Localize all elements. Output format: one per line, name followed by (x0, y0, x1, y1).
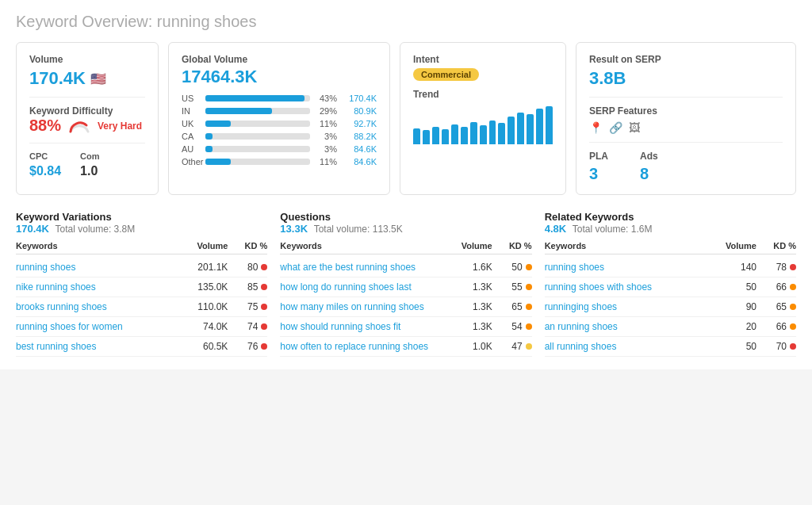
kw-link[interactable]: brooks running shoes (16, 301, 180, 312)
global-volume-card: Global Volume 17464.3K US 43% 170.4K IN … (168, 42, 390, 195)
kw-link[interactable]: best running shoes (16, 341, 180, 352)
kv-table-header: Keywords Volume KD % (16, 241, 267, 254)
rk-section-title: Related Keywords (545, 211, 634, 223)
kw-link[interactable]: running shoes for women (16, 321, 180, 332)
rk-meta: 4.8K Total volume: 1.6M (545, 223, 796, 235)
rk-count: 4.8K (545, 223, 566, 235)
rk-col-kd: KD % (756, 241, 796, 251)
bar-country: CA (182, 132, 201, 141)
kv-meta-text: Total volume: 3.8M (56, 224, 136, 235)
bar-track (205, 95, 310, 101)
table-row: what are the best running shoes 1.6K 50 (280, 258, 531, 277)
kd-value: 88% (29, 117, 61, 135)
trend-bar (536, 109, 543, 144)
kd-cell: 55 (492, 281, 532, 293)
page-container: Keyword Overview: running shoes Volume 1… (0, 0, 812, 369)
kd-cell: 85 (228, 281, 267, 293)
trend-bar (451, 124, 458, 144)
serp-label: Result on SERP (589, 54, 783, 65)
bar-country: UK (182, 119, 201, 128)
table-row: running shoes 201.1K 80 (16, 258, 267, 277)
kd-cell: 75 (228, 301, 267, 312)
kw-link[interactable]: nike running shoes (16, 281, 180, 293)
kv-section-title: Keyword Variations (16, 211, 112, 223)
q-col-kw: Keywords (280, 241, 444, 251)
trend-bar (498, 123, 505, 144)
bar-pct: 11% (315, 157, 337, 166)
bar-link[interactable]: 80.9K (342, 106, 377, 116)
trend-bar (413, 128, 420, 144)
kw-link[interactable]: how should running shoes fit (280, 321, 444, 332)
bar-link[interactable]: 84.6K (342, 144, 377, 154)
kw-link[interactable]: how often to replace running shoes (280, 341, 444, 352)
com-label: Com (80, 151, 99, 161)
pla-ads-row: PLA 3 Ads 8 (589, 151, 783, 183)
bar-link[interactable]: 88.2K (342, 132, 377, 141)
bar-link[interactable]: 84.6K (342, 157, 377, 166)
cpc-com-row: CPC $0.84 Com 1.0 (29, 151, 145, 178)
kd-dot (526, 284, 532, 290)
kw-link[interactable]: an running shoes (545, 321, 709, 332)
kd-cell: 65 (756, 301, 796, 312)
flag-icon: 🇺🇸 (90, 71, 106, 86)
table-row: how many miles on running shoes 1.3K 65 (280, 297, 531, 317)
q-col-kd: KD % (492, 241, 532, 251)
serp-value: 3.8B (589, 68, 783, 89)
kw-link[interactable]: all running shoes (545, 341, 709, 352)
trend-bar (527, 114, 534, 144)
kd-cell: 65 (492, 301, 532, 312)
q-count: 13.3K (280, 223, 308, 235)
bar-track (205, 146, 310, 152)
kd-dot (261, 323, 267, 330)
intent-card: Intent Commercial Trend (400, 42, 566, 195)
global-volume-label: Global Volume (182, 54, 377, 65)
q-table-header: Keywords Volume KD % (280, 241, 531, 254)
link-icon: 🔗 (609, 121, 622, 134)
kd-cell: 50 (492, 262, 532, 273)
table-row: all running shoes 50 70 (545, 337, 796, 357)
kd-dot (790, 323, 796, 330)
trend-bar (489, 121, 496, 144)
bar-track (205, 133, 310, 140)
kw-link[interactable]: how long do running shoes last (280, 281, 444, 293)
table-row: an running shoes 20 66 (545, 317, 796, 337)
kw-link[interactable]: runninging shoes (545, 301, 709, 312)
trend-bar (546, 106, 553, 144)
kd-cell: 66 (756, 281, 796, 293)
keyword-variations-section: Keyword Variations 170.4K Total volume: … (16, 211, 267, 357)
trend-chart (413, 105, 553, 144)
title-static: Keyword Overview: (16, 13, 152, 30)
bar-fill (205, 95, 304, 101)
bar-row: US 43% 170.4K (182, 94, 377, 103)
rk-col-kw: Keywords (545, 241, 709, 251)
kw-link[interactable]: how many miles on running shoes (280, 301, 444, 312)
kw-link[interactable]: running shoes with shoes (545, 281, 709, 293)
bar-link[interactable]: 92.7K (342, 119, 377, 128)
q-total-vol: 113.5K (373, 224, 403, 235)
rk-rows: running shoes 140 78 running shoes with … (545, 258, 796, 357)
bar-country: AU (182, 144, 201, 154)
kv-meta: 170.4K Total volume: 3.8M (16, 223, 267, 235)
ads-label: Ads (640, 151, 658, 162)
trend-bar (432, 127, 439, 144)
bar-row: IN 29% 80.9K (182, 106, 377, 116)
ads-value: 8 (640, 165, 649, 182)
serp-features-label: SERP Features (589, 105, 783, 117)
table-row: how should running shoes fit 1.3K 54 (280, 317, 531, 337)
bar-link[interactable]: 170.4K (342, 94, 377, 103)
vol-cell: 50 (709, 281, 756, 293)
ads-item: Ads 8 (640, 151, 658, 183)
kv-col-kd: KD % (228, 241, 267, 251)
kd-dot (790, 343, 796, 350)
questions-section: Questions 13.3K Total volume: 113.5K Key… (280, 211, 531, 357)
vol-cell: 201.1K (180, 262, 228, 273)
kd-cell: 74 (228, 321, 267, 332)
kw-link[interactable]: what are the best running shoes (280, 262, 444, 273)
bar-rows: US 43% 170.4K IN 29% 80.9K UK 11% 92.7K … (182, 94, 377, 166)
kd-dot (526, 304, 532, 310)
bar-pct: 29% (315, 106, 337, 116)
table-row: nike running shoes 135.0K 85 (16, 277, 267, 297)
trend-bar (508, 117, 515, 144)
kw-link[interactable]: running shoes (545, 262, 709, 273)
kw-link[interactable]: running shoes (16, 262, 180, 273)
